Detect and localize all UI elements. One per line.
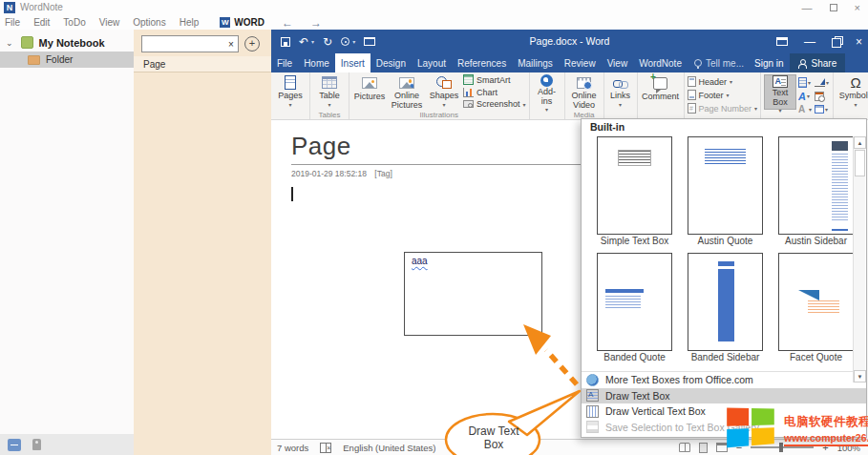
chevron-down-icon[interactable]: ⌄: [6, 38, 13, 48]
menu-item-save-selection[interactable]: Save Selection to Text Box Gallery: [582, 420, 866, 436]
search-box[interactable]: ×: [141, 35, 239, 52]
ribbon-group-comments: Comment: [638, 72, 685, 119]
scroll-down-icon[interactable]: ▼: [854, 370, 866, 383]
print-layout-icon[interactable]: [699, 443, 708, 453]
menu-item-more-text-boxes[interactable]: More Text Boxes from Office.com ▸: [582, 372, 866, 388]
online-pictures-button[interactable]: Online Pictures: [389, 74, 425, 110]
menu-todo[interactable]: ToDo: [63, 17, 85, 28]
pages-button[interactable]: Pages ▾: [274, 74, 307, 110]
tab-review[interactable]: Review: [559, 53, 602, 72]
gallery-item-austin-quote[interactable]: Austin Quote: [680, 136, 771, 253]
page-tag: [Tag]: [374, 169, 392, 178]
sidebar-bottom-bar: [0, 434, 134, 455]
signature-line-button[interactable]: ▾: [815, 76, 830, 89]
zoom-slider[interactable]: [751, 446, 814, 448]
zoom-in-icon[interactable]: +: [822, 442, 828, 453]
tab-layout[interactable]: Layout: [412, 53, 452, 72]
word-titlebar: ↶ ▾ ↻ ▾ Page.docx - Word — ×: [271, 30, 868, 53]
word-count[interactable]: 7 words: [277, 443, 308, 453]
drawn-text-box[interactable]: aaa: [404, 252, 542, 336]
sign-in-button[interactable]: Sign in: [749, 53, 790, 72]
screenshot-button[interactable]: Screenshot ▾: [463, 98, 526, 110]
word-minimize-icon[interactable]: —: [804, 35, 815, 49]
gallery-scrollbar[interactable]: ▲ ▼: [853, 136, 865, 383]
tab-references[interactable]: References: [452, 53, 512, 72]
screenshot-icon: [463, 100, 474, 108]
note-list-item-page[interactable]: Page: [134, 56, 271, 72]
web-layout-icon[interactable]: [716, 443, 728, 452]
wordart-button[interactable]: A▾: [798, 90, 814, 102]
scrollbar-thumb[interactable]: [855, 150, 865, 176]
shapes-icon: [436, 76, 452, 89]
gallery-item-banded-sidebar[interactable]: Banded Sidebar: [680, 253, 771, 369]
menu-item-draw-text-box[interactable]: Draw Text Box: [582, 388, 866, 404]
tab-mailings[interactable]: Mailings: [512, 53, 559, 72]
quick-parts-button[interactable]: ▾: [798, 76, 814, 89]
tell-me-box[interactable]: Tell me...: [689, 53, 749, 72]
pictures-button[interactable]: Pictures: [352, 74, 387, 110]
ribbon-display-options-icon[interactable]: [776, 37, 788, 46]
drop-cap-button[interactable]: A▾: [798, 103, 814, 115]
add-page-button[interactable]: +: [244, 36, 260, 52]
menu-help[interactable]: Help: [180, 17, 200, 28]
table-button[interactable]: Table ▾: [313, 74, 346, 110]
word-close-icon[interactable]: ×: [856, 35, 862, 49]
chart-button[interactable]: Chart: [463, 87, 526, 98]
smartart-button[interactable]: SmartArt: [463, 74, 526, 86]
word-toolbar-button[interactable]: W WORD: [220, 17, 265, 28]
menu-edit[interactable]: Edit: [33, 17, 50, 28]
links-button[interactable]: Links ▾: [607, 74, 634, 110]
group-label-illustrations: Illustrations: [349, 111, 529, 119]
wordnote-minimize-icon[interactable]: —: [802, 2, 813, 13]
tab-design[interactable]: Design: [370, 53, 412, 72]
tab-home[interactable]: Home: [298, 53, 335, 72]
shapes-button[interactable]: Shapes ▾: [427, 74, 461, 110]
proofing-errors-icon[interactable]: [320, 443, 331, 453]
search-input[interactable]: [142, 39, 224, 50]
add-ins-button[interactable]: Add-ins ▾: [533, 74, 561, 110]
tab-insert[interactable]: Insert: [335, 53, 370, 72]
word-restore-icon[interactable]: [832, 38, 839, 46]
gallery-item-austin-sidebar[interactable]: Austin Sidebar: [771, 136, 861, 253]
sidebar-item-my-notebook[interactable]: ⌄ My Notebook: [0, 34, 134, 51]
search-clear-icon[interactable]: ×: [224, 39, 238, 50]
zoom-level[interactable]: 100%: [837, 443, 860, 453]
notes-panel: × + Page: [134, 30, 271, 455]
wordnote-maximize-icon[interactable]: [830, 4, 837, 11]
menu-view[interactable]: View: [99, 17, 120, 28]
zoom-slider-handle[interactable]: [779, 443, 783, 452]
zoom-out-icon[interactable]: −: [736, 442, 742, 453]
scroll-up-icon[interactable]: ▲: [854, 136, 866, 149]
gallery-item-facet-quote[interactable]: Facet Quote: [771, 253, 861, 369]
forward-arrow-icon[interactable]: →: [310, 16, 322, 30]
menu-file[interactable]: File: [5, 17, 20, 28]
menu-options[interactable]: Options: [133, 17, 165, 28]
footer-button[interactable]: Footer ▾: [688, 90, 758, 100]
tab-file[interactable]: File: [271, 53, 298, 72]
tab-view[interactable]: View: [602, 53, 634, 72]
sidebar-item-folder[interactable]: Folder: [0, 52, 134, 68]
comment-button[interactable]: Comment: [641, 74, 681, 110]
gallery-item-banded-quote[interactable]: Banded Quote: [589, 253, 680, 369]
wordnote-close-icon[interactable]: ×: [855, 2, 860, 13]
read-mode-icon[interactable]: [679, 443, 690, 452]
date-time-button[interactable]: [815, 90, 830, 102]
text-cursor: [291, 187, 293, 201]
wordnote-menubar: File Edit ToDo View Options Help W WORD …: [0, 15, 868, 30]
back-arrow-icon[interactable]: ←: [282, 16, 293, 30]
text-box-button[interactable]: Text Box ▾: [764, 74, 796, 110]
header-button[interactable]: Header ▾: [688, 76, 758, 87]
banded-quote-thumbnail: [597, 253, 672, 351]
notebook-book-icon[interactable]: [8, 439, 21, 451]
page-number-button[interactable]: Page Number ▾: [688, 103, 758, 114]
tab-wordnote[interactable]: WordNote: [633, 53, 688, 72]
text-box-menu-items: More Text Boxes from Office.com ▸ Draw T…: [582, 371, 866, 435]
object-button[interactable]: ▾: [815, 103, 830, 115]
symbols-button[interactable]: Ω Symbols ▾: [836, 74, 868, 110]
gallery-item-simple-text-box[interactable]: Simple Text Box: [589, 136, 680, 253]
online-video-button[interactable]: Online Video: [568, 74, 601, 110]
menu-item-draw-vertical-text-box[interactable]: Draw Vertical Text Box: [582, 403, 866, 420]
share-button[interactable]: Share: [790, 53, 846, 72]
tag-icon[interactable]: [32, 439, 41, 450]
language-status[interactable]: English (United States): [343, 443, 435, 453]
